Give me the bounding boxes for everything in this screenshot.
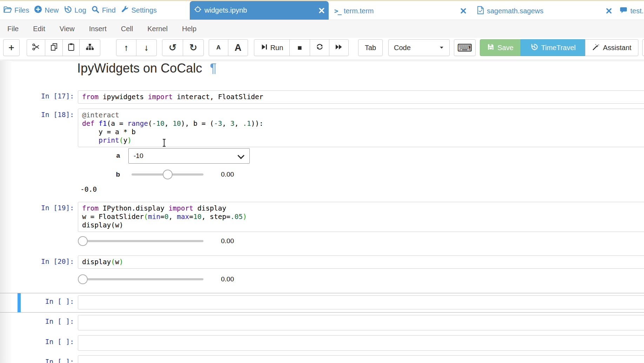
cell-prompt-19: In [19]: [0,204,74,212]
run-all-button[interactable] [329,39,349,56]
menu-item-view[interactable]: View [60,25,75,33]
widget-a-label: a [105,152,120,159]
tab-sagemath-sagews[interactable]: sagemath.sagews [473,2,616,20]
keyboard-icon: ⌨ [457,42,472,54]
close-tab-icon[interactable] [606,8,612,14]
stop-icon: ■ [297,43,302,52]
keyboard-shortcuts-button[interactable]: ⌨ [454,39,476,56]
font-small-icon: A [216,44,221,51]
notebook-toolbar: + ↑ ↓ ↺ ↻ A A [0,38,644,60]
decrease-font-button[interactable]: A [209,39,228,56]
menu-item-help[interactable]: Help [182,25,196,33]
menu-item-file[interactable]: File [7,25,19,33]
tab-label: widgets.ipynb [204,6,247,14]
redo-button[interactable]: ↻ [183,39,204,56]
project-action-buttons: Files New Log Find [3,3,157,18]
files-button[interactable]: Files [3,6,29,15]
close-tab-icon[interactable] [461,8,466,14]
fast-forward-icon [335,43,343,52]
empty-cell-prompt-3: In [ ]: [0,338,74,346]
timetravel-label: TimeTravel [541,44,576,52]
tab-term-term[interactable]: >_ term.term [330,2,470,20]
cell-prompt-18: In [18]: [0,111,74,119]
timetravel-button[interactable]: TimeTravel [521,39,585,56]
mouse-ibeam-cursor [162,139,167,148]
cut-cell-button[interactable] [27,39,45,56]
restart-kernel-button[interactable] [310,39,329,56]
chat-icon [619,6,628,16]
menu-item-kernel[interactable]: Kernel [147,25,168,33]
cell-type-select[interactable]: Code [388,39,450,56]
tab-complete-button[interactable]: Tab [358,39,383,56]
menu-item-edit[interactable]: Edit [33,25,45,33]
undo-icon: ↺ [169,43,177,53]
new-button[interactable]: New [34,5,59,15]
widget-w2-readout: 0.00 [221,275,234,283]
widget-b-slider-handle[interactable] [163,170,173,179]
top-tab-bar: Files New Log Find [0,0,644,20]
run-label: Run [270,44,283,52]
menu-item-insert[interactable]: Insert [89,25,107,33]
assistant-button[interactable]: Assistant [585,39,638,56]
find-button[interactable]: Find [91,5,116,15]
notebook-menu-bar: File Edit View Insert Cell Kernel Help [0,20,644,38]
sitemap-icon [85,43,94,53]
move-cell-up-button[interactable]: ↑ [116,39,136,56]
font-large-icon: A [235,42,242,53]
run-icon [261,43,268,52]
redo-icon: ↻ [189,43,197,53]
scissors-icon [32,43,40,53]
code-cell-20[interactable]: display(w) [78,255,644,269]
tab-test[interactable]: test. [617,2,644,20]
notebook-content: IpyWidgets on CoCalc¶ In [17]: from ipyw… [0,60,644,363]
copy-cell-button[interactable] [45,39,63,56]
tab-label: test. [630,7,644,15]
run-cell-button[interactable]: Run [254,39,290,56]
increase-font-button[interactable]: A [228,39,248,56]
save-label: Save [497,44,514,52]
tab-label: sagemath.sagews [487,7,543,15]
chevron-down-icon [237,152,244,159]
paste-cell-button[interactable] [62,39,80,56]
empty-code-cell-4[interactable] [78,355,644,363]
code-cell-17[interactable]: from ipywidgets import interact, FloatSl… [78,90,644,104]
cocalc-window: Files New Log Find [0,0,644,363]
arrow-down-icon: ↓ [145,43,149,52]
widget-w-slider-handle[interactable] [78,236,88,246]
empty-code-cell-2[interactable] [78,315,644,330]
document-icon [477,6,484,16]
cell-prompt-17: In [17]: [0,92,74,100]
insert-cell-button[interactable]: + [3,39,20,56]
folder-open-icon [3,6,12,15]
search-icon [91,5,100,15]
settings-label: Settings [132,6,157,14]
widget-w2-slider-track[interactable] [79,278,203,280]
empty-code-cell-1[interactable] [78,295,644,309]
plus-icon: + [8,43,14,53]
widget-b-label: b [105,171,120,178]
selected-cell-container[interactable] [0,293,644,313]
close-tab-icon[interactable] [319,8,324,13]
widget-b-readout: 0.00 [221,171,234,178]
widget-w2-slider-handle[interactable] [78,274,88,284]
undo-button[interactable]: ↺ [162,39,183,56]
settings-button[interactable]: Settings [121,5,157,15]
tab-widgets-ipynb[interactable]: widgets.ipynb [190,1,329,20]
format-cells-button[interactable] [79,39,100,56]
widget-w-slider-track[interactable] [79,240,203,242]
notebook-title: IpyWidgets on CoCalc¶ [77,61,217,76]
code-cell-19[interactable]: from IPython.display import displayw = F… [78,202,644,232]
log-button[interactable]: Log [63,5,86,15]
widget-a-dropdown[interactable]: -10 [128,148,250,164]
save-button[interactable]: Save [480,39,521,56]
assistant-label: Assistant [603,44,631,52]
menu-item-cell[interactable]: Cell [121,25,133,33]
overflow-button[interactable] [642,39,644,56]
widget-w-readout: 0.00 [221,237,234,245]
timetravel-history-icon [530,43,538,53]
move-cell-down-button[interactable]: ↓ [136,39,157,56]
empty-code-cell-3[interactable] [78,335,644,351]
stop-button[interactable]: ■ [289,39,310,56]
heading-anchor-link[interactable]: ¶ [210,61,216,75]
cell-18-output: -0.0 [80,185,97,193]
